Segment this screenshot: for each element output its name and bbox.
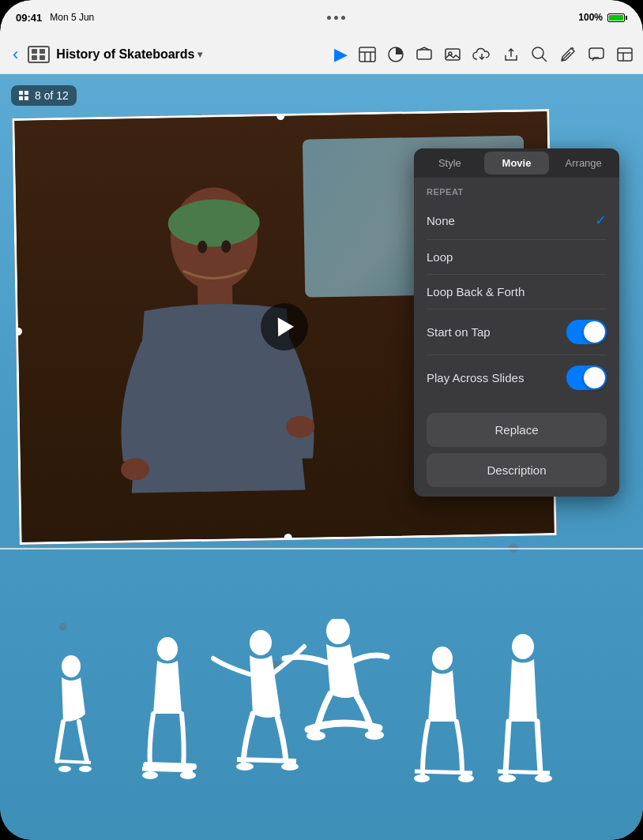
toggle-knob-play bbox=[584, 367, 605, 388]
svg-point-49 bbox=[306, 731, 325, 741]
svg-point-43 bbox=[142, 771, 158, 779]
status-time: 09:41 Mon 5 Jun bbox=[16, 12, 94, 24]
svg-point-41 bbox=[79, 766, 92, 772]
toolbar: ‹ History of Skateboards ▾ ▶ bbox=[0, 35, 643, 74]
battery-percent: 100% bbox=[578, 12, 603, 23]
more-icon[interactable] bbox=[616, 46, 634, 63]
toolbar-actions: ▶ bbox=[334, 44, 634, 65]
status-bar: 09:41 Mon 5 Jun 100% bbox=[0, 0, 643, 35]
dot1 bbox=[327, 16, 331, 20]
search-icon[interactable] bbox=[531, 46, 548, 63]
start-on-tap-label: Start on Tap bbox=[427, 325, 491, 339]
description-button[interactable]: Description bbox=[427, 453, 607, 487]
layers-icon[interactable] bbox=[416, 46, 433, 63]
svg-rect-29 bbox=[24, 91, 28, 95]
svg-point-44 bbox=[180, 771, 196, 779]
repeat-none-label: None bbox=[427, 214, 455, 227]
table-icon[interactable] bbox=[359, 47, 376, 62]
chart-icon[interactable] bbox=[387, 46, 404, 63]
tools-icon[interactable] bbox=[559, 46, 577, 63]
checkmark-icon: ✓ bbox=[595, 212, 607, 229]
start-on-tap-toggle[interactable] bbox=[566, 320, 607, 344]
svg-point-42 bbox=[157, 637, 178, 661]
svg-point-56 bbox=[535, 774, 552, 782]
battery-tip bbox=[626, 16, 627, 20]
slides-panel-icon[interactable] bbox=[28, 46, 50, 63]
popup-panel: Style Movie Arrange REPEAT None ✓ Loop bbox=[414, 148, 619, 497]
repeat-section-label: REPEAT bbox=[414, 178, 619, 201]
svg-rect-4 bbox=[359, 47, 375, 62]
layers-svg bbox=[416, 46, 433, 63]
replace-button[interactable]: Replace bbox=[427, 413, 607, 447]
comment-svg bbox=[588, 46, 605, 63]
repeat-loop-backforth-label: Loop Back & Forth bbox=[427, 285, 525, 298]
battery-fill bbox=[609, 15, 623, 21]
svg-point-39 bbox=[62, 655, 81, 677]
slide-counter: 8 of 12 bbox=[11, 85, 77, 106]
table-svg bbox=[359, 47, 376, 62]
battery-body bbox=[607, 13, 625, 22]
svg-rect-9 bbox=[417, 50, 431, 59]
status-right: 100% bbox=[578, 12, 627, 23]
cloud-svg bbox=[472, 47, 491, 62]
slides-grid-icon bbox=[32, 49, 46, 60]
cloud-icon[interactable] bbox=[472, 47, 491, 62]
repeat-loop-backforth-option[interactable]: Loop Back & Forth bbox=[414, 275, 619, 309]
tab-arrange[interactable]: Arrange bbox=[551, 152, 616, 174]
dot3 bbox=[341, 16, 345, 20]
time-display: 09:41 bbox=[16, 12, 42, 24]
svg-point-55 bbox=[498, 774, 516, 782]
title-chevron-icon: ▾ bbox=[197, 49, 202, 60]
svg-rect-10 bbox=[446, 49, 460, 60]
play-across-slides-label: Play Across Slides bbox=[427, 371, 524, 384]
document-title: History of Skateboards bbox=[56, 47, 194, 62]
svg-line-13 bbox=[542, 57, 547, 62]
document-title-area[interactable]: History of Skateboards ▾ bbox=[56, 47, 202, 62]
tab-style[interactable]: Style bbox=[417, 152, 483, 174]
chart-svg bbox=[387, 46, 404, 63]
svg-rect-2 bbox=[32, 55, 37, 60]
svg-rect-30 bbox=[19, 96, 23, 100]
play-button[interactable]: ▶ bbox=[334, 44, 348, 65]
search-svg bbox=[531, 46, 548, 63]
svg-point-50 bbox=[365, 730, 384, 740]
media-svg bbox=[444, 46, 461, 63]
repeat-loop-label: Loop bbox=[427, 250, 453, 264]
counter-text: 8 of 12 bbox=[35, 89, 69, 102]
svg-point-40 bbox=[58, 766, 71, 772]
skaters-silhouettes bbox=[0, 619, 643, 793]
svg-point-12 bbox=[532, 47, 543, 58]
start-on-tap-row: Start on Tap bbox=[414, 309, 619, 354]
counter-slides-icon bbox=[19, 91, 30, 100]
popup-actions-area: Replace Description bbox=[414, 400, 619, 497]
svg-point-48 bbox=[326, 619, 350, 644]
tab-movie[interactable]: Movie bbox=[484, 152, 550, 174]
svg-rect-0 bbox=[32, 49, 37, 54]
media-icon[interactable] bbox=[444, 46, 461, 63]
svg-point-47 bbox=[281, 763, 299, 771]
play-triangle-icon bbox=[278, 317, 294, 336]
share-icon[interactable] bbox=[502, 46, 520, 63]
svg-rect-3 bbox=[39, 55, 45, 60]
repeat-none-option[interactable]: None ✓ bbox=[414, 201, 619, 239]
svg-point-53 bbox=[458, 774, 474, 782]
share-svg bbox=[502, 46, 520, 63]
svg-point-52 bbox=[414, 774, 430, 782]
repeat-loop-option[interactable]: Loop bbox=[414, 240, 619, 274]
svg-rect-28 bbox=[19, 91, 23, 95]
svg-rect-15 bbox=[618, 48, 632, 61]
slide-divider bbox=[0, 548, 643, 549]
svg-rect-31 bbox=[24, 96, 28, 100]
date-display: Mon 5 Jun bbox=[50, 12, 94, 23]
svg-rect-14 bbox=[589, 48, 604, 58]
play-across-slides-row: Play Across Slides bbox=[414, 355, 619, 400]
svg-point-45 bbox=[250, 630, 272, 655]
status-center bbox=[327, 16, 345, 20]
back-button[interactable]: ‹ bbox=[9, 41, 21, 68]
play-across-slides-toggle[interactable] bbox=[566, 366, 607, 390]
svg-rect-1 bbox=[39, 49, 45, 54]
dot2 bbox=[334, 16, 338, 20]
main-content: 8 of 12 bbox=[0, 74, 643, 840]
more-svg bbox=[616, 46, 634, 63]
comment-icon[interactable] bbox=[588, 46, 605, 63]
